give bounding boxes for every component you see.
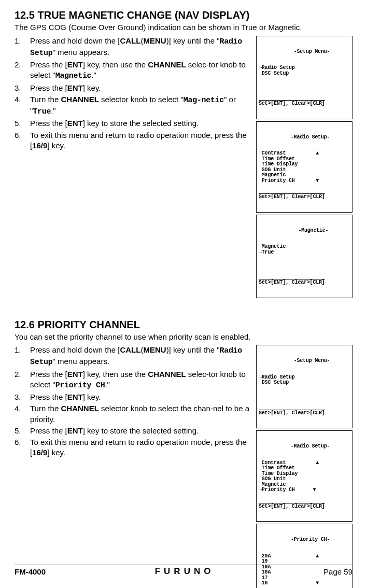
step-2: Press the [ENT] key, then use the CHANNE…: [15, 60, 252, 82]
lcd-screen-setup-menu-2: -Setup Menu- →Radio Setup DSC Setup Set>…: [256, 345, 352, 428]
step-1: Press and hold down the [CALL(MENU)] key…: [15, 345, 252, 368]
step-5: Press the [ENT] key to store the selecte…: [15, 118, 252, 129]
lcd-screen-magnetic: -Magnetic- Magnetic →True Set>[ENT], Cle…: [256, 215, 352, 298]
step-3: Press the [ENT] key.: [15, 83, 252, 93]
brand-logo: FURUNO: [155, 566, 215, 577]
lcd-screen-radio-setup-2: -Radio Setup- Contrast ▲ Time Offset Tim…: [256, 430, 352, 522]
lcd-screen-setup-menu: -Setup Menu- →Radio Setup DSC Setup Set>…: [256, 36, 352, 119]
step-4: Turn the CHANNEL selector knob to select…: [15, 403, 252, 425]
step-4: Turn the CHANNEL selector knob to select…: [15, 94, 252, 118]
step-2: Press the [ENT] key, then use the CHANNE…: [15, 369, 252, 391]
lcd-screen-priority-ch: -Priority CH- 20A ▲ 19 19A 18A 17 →16 ▼ …: [256, 524, 352, 588]
model-label: FM-4000: [15, 567, 46, 576]
steps-list-12-5: Press and hold down the [CALL(MENU)] key…: [15, 36, 252, 151]
section-intro-12-5: The GPS COG (Course Over Ground) indicat…: [15, 22, 352, 33]
section-heading-12-6: 12.6 PRIORITY CHANNEL: [15, 319, 352, 331]
step-6: To exit this menu and return to radio op…: [15, 437, 252, 458]
step-6: To exit this menu and return to radio op…: [15, 130, 252, 151]
lcd-screen-radio-setup: -Radio Setup- Contrast ▲ Time Offset Tim…: [256, 121, 352, 213]
section-intro-12-6: You can set the priority channel to use …: [15, 332, 352, 342]
page-number: Page 59: [323, 567, 352, 576]
section-heading-12-5: 12.5 TRUE MAGNETIC CHANGE (NAV DISPLAY): [15, 9, 352, 21]
step-5: Press the [ENT] key to store the selecte…: [15, 426, 252, 436]
step-3: Press the [ENT] key.: [15, 392, 252, 402]
steps-list-12-6: Press and hold down the [CALL(MENU)] key…: [15, 345, 252, 458]
page-footer: FM-4000 FURUNO Page 59: [15, 565, 352, 577]
step-1: Press and hold down the [CALL(MENU)] key…: [15, 36, 252, 59]
